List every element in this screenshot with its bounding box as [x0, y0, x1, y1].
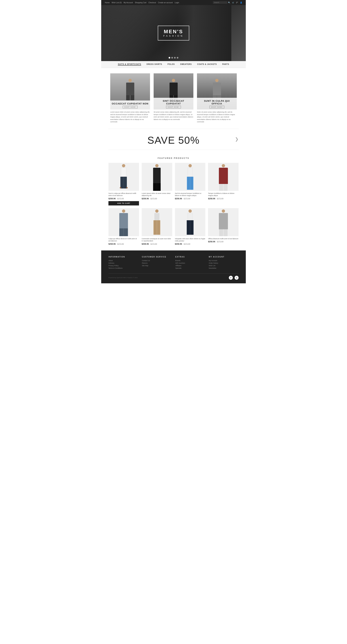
panel-2-shop-btn[interactable]: SHOP NOW! — [166, 106, 181, 108]
cat-nav-coats[interactable]: COATS & JACKETS — [197, 63, 217, 66]
panel-1: OCCAECAT CUPIDATAT NON SHOP NOW! Lorem i… — [110, 73, 150, 123]
product-3-price: $258.96 $272.89 — [175, 198, 206, 200]
product-8-price: $258.96 $272.89 — [208, 240, 238, 243]
footer: INFORMATION About Delivery Privacy Polic… — [101, 250, 246, 283]
user-icon: 👤 — [240, 2, 242, 4]
cat-nav-polos[interactable]: POLOS — [168, 63, 175, 66]
product-1-desc: Sunt in culpa qui officia deserunt molli… — [108, 192, 139, 197]
footer-col-information: INFORMATION About Delivery Privacy Polic… — [108, 256, 138, 270]
cat-nav-sweaters[interactable]: SWEATERS — [180, 63, 192, 66]
footer-information-title: INFORMATION — [108, 256, 138, 258]
hero-dots — [168, 57, 178, 58]
search-box: 🔍 — [213, 1, 230, 4]
panel-3-shop-btn[interactable]: SHOP NOW! — [210, 106, 224, 108]
footer-col-my-account: MY ACCOUNT My Account Order history Wish… — [209, 256, 238, 270]
facebook-icon[interactable]: f — [229, 276, 233, 280]
product-card-3: Sed do eiusmod tempor incididunt ut labo… — [175, 163, 206, 206]
product-img-5 — [108, 208, 139, 236]
category-nav: SUITS & SPORTCOATS DRESS SHIRTS POLOS SW… — [101, 61, 246, 68]
footer-specials-link[interactable]: Specials — [175, 267, 205, 269]
product-5-price: $258.96 $272.89 — [108, 243, 139, 245]
nav-checkout[interactable]: Checkout — [148, 2, 156, 4]
panel-3-title: SUNT IN CULPA QUI OFFICIA — [198, 100, 235, 105]
featured-section: FEATURED PRODUCTS Sunt in culpa qui offi… — [101, 154, 246, 250]
save-arrow-icon: ❯ — [235, 136, 238, 142]
panel-2-label: SINT OCCAECAT CUPIDATAT SHOP NOW! — [154, 98, 194, 110]
product-img-8 — [208, 208, 238, 236]
products-grid: Sunt in culpa qui officia deserunt molli… — [108, 163, 238, 245]
panel-2-image: SINT OCCAECAT CUPIDATAT SHOP NOW! — [154, 73, 194, 110]
panel-2-desc: Sit amet conse ctetur adipiscing elit, s… — [154, 111, 194, 121]
footer-delivery-link[interactable]: Delivery — [108, 262, 138, 264]
nav-cart[interactable]: Shopping Cart — [135, 2, 146, 4]
nav-login[interactable]: Login — [175, 2, 179, 4]
hero-overlay: MEN'S FASHION — [158, 26, 189, 40]
footer-affiliates-link[interactable]: Affiliates — [175, 265, 205, 266]
footer-gift-vouchers-link[interactable]: Gift Vouchers — [175, 262, 205, 264]
add-to-cart-button-1[interactable]: ADD TO CART — [108, 201, 139, 206]
product-3-desc: Sed do eiusmod tempor incididunt ut labo… — [175, 192, 206, 197]
nav-create-account[interactable]: Create an account — [158, 2, 173, 4]
product-card-4: Tempor incididunt ut labore et dolore ma… — [208, 163, 238, 206]
footer-brands-link[interactable]: Brands — [175, 260, 205, 262]
panel-3-image: SUNT IN CULPA QUI OFFICIA SHOP NOW! — [197, 73, 237, 110]
hero-subtitle: FASHION — [163, 34, 184, 37]
cat-nav-pants[interactable]: PANTS — [222, 63, 229, 66]
nav-utilities: 🔍 🛒 🏴 👤 — [213, 1, 242, 4]
product-img-4 — [208, 163, 238, 191]
product-img-1 — [108, 163, 139, 191]
footer-contact-link[interactable]: Contact Us — [142, 260, 172, 262]
product-img-6 — [142, 208, 172, 236]
product-card-6: Commodo consequat uis aute irure dolor i… — [142, 208, 172, 245]
panel-1-label: OCCAECAT CUPIDATAT NON SHOP NOW! — [110, 100, 150, 110]
product-4-desc: Tempor incididunt ut labore et dolore ma… — [208, 192, 238, 197]
footer-col-customer-service: CUSTOMER SERVICE Contact Us Returns Site… — [142, 256, 172, 270]
product-2-price: $258.96 $272.89 — [142, 198, 172, 200]
panel-3: SUNT IN CULPA QUI OFFICIA SHOP NOW! Dolo… — [197, 73, 237, 123]
hero-section: MEN'S FASHION — [101, 5, 246, 61]
nav-home[interactable]: Home — [105, 2, 110, 4]
twitter-icon[interactable]: t — [234, 276, 238, 280]
footer-order-history-link[interactable]: Order history — [209, 262, 238, 264]
save-banner[interactable]: SAVE 50% ❯ — [108, 129, 238, 150]
footer-my-account-link[interactable]: My Account — [209, 260, 238, 262]
footer-terms-link[interactable]: Terms & Conditions — [108, 267, 138, 269]
product-2-desc: Lorem ipsum dolor sit amet conse ctetur … — [142, 192, 172, 197]
product-6-price: $258.96 $272.89 — [142, 243, 172, 245]
product-img-3 — [175, 163, 206, 191]
footer-copyright: Powered by OpenCart Men's Fashion © 2014 — [108, 277, 138, 278]
hero-dot-3[interactable] — [174, 57, 176, 58]
hero-dot-2[interactable] — [171, 57, 173, 58]
footer-returns-link[interactable]: Returns — [142, 262, 172, 264]
hero-dot-4[interactable] — [177, 57, 178, 58]
hero-dot-1[interactable] — [168, 57, 170, 58]
panel-1-shop-btn[interactable]: SHOP NOW! — [123, 106, 138, 108]
product-img-7 — [175, 208, 206, 236]
footer-sitemap-link[interactable]: Site Map — [142, 265, 172, 266]
nav-wishlist[interactable]: Wish List (0) — [112, 2, 122, 4]
footer-privacy-link[interactable]: Privacy Policy — [108, 265, 138, 266]
footer-extras-title: EXTRAS — [175, 256, 205, 258]
panel-2-title: SINT OCCAECAT CUPIDATAT — [155, 100, 192, 105]
product-7-desc: Voluptate velit esse cillum dolore eu fu… — [175, 238, 206, 242]
footer-bottom: Powered by OpenCart Men's Fashion © 2014… — [108, 274, 238, 280]
footer-grid: INFORMATION About Delivery Privacy Polic… — [108, 256, 238, 270]
product-card-2: Lorem ipsum dolor sit amet conse ctetur … — [142, 163, 172, 206]
product-1-price: $258.96 $272.89 — [108, 198, 139, 200]
panel-2: SINT OCCAECAT CUPIDATAT SHOP NOW! Sit am… — [154, 73, 194, 123]
cat-nav-dress-shirts[interactable]: DRESS SHIRTS — [146, 63, 162, 66]
footer-about-link[interactable]: About — [108, 260, 138, 262]
cat-nav-suits[interactable]: SUITS & SPORTCOATS — [118, 63, 141, 66]
cart-icon[interactable]: 🛒 — [232, 2, 234, 4]
footer-customer-service-title: CUSTOMER SERVICE — [142, 256, 172, 258]
product-7-price: $258.96 $272.89 — [175, 243, 206, 245]
nav-account[interactable]: My Account — [124, 2, 133, 4]
footer-wish-list-link[interactable]: Wish List — [209, 265, 238, 266]
panel-3-label: SUNT IN CULPA QUI OFFICIA SHOP NOW! — [197, 98, 237, 110]
footer-newsletter-link[interactable]: Newsletter — [209, 267, 238, 269]
search-icon[interactable]: 🔍 — [228, 2, 230, 4]
search-input[interactable] — [213, 1, 227, 4]
product-4-price: $258.96 $272.89 — [208, 198, 238, 200]
product-8-desc: Officia deserunt mollit anim id est labo… — [208, 238, 238, 240]
flag-icon: 🏴 — [236, 2, 238, 4]
